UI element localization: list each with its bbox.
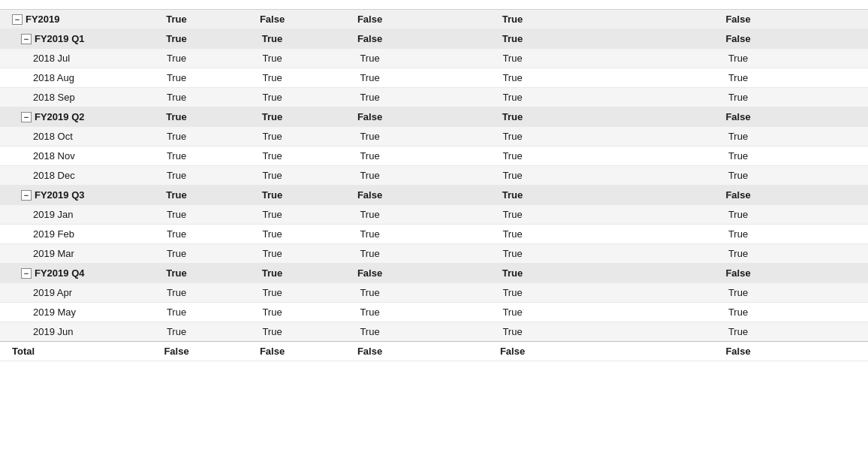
is-quarter-level-after-collapse-cell: True — [608, 49, 868, 68]
table-row: −FY2019TrueFalseFalseTrueFalse — [0, 10, 868, 29]
is-quarter-level-after-collapse-cell: True — [608, 166, 868, 186]
is-quarter-level-cell: True — [222, 225, 323, 244]
row-label: 2019 Jan — [33, 209, 74, 220]
row-label: 2018 Jul — [33, 53, 70, 64]
row-label: 2019 May — [33, 307, 76, 318]
is-month-level-cell: True — [323, 127, 417, 146]
is-quarter-level-after-expand-cell: True — [417, 29, 608, 49]
fiscal-year-cell: 2018 Oct — [0, 127, 131, 146]
is-quarter-level-after-collapse-cell: True — [608, 205, 868, 225]
is-quarter-level-cell: True — [222, 205, 323, 225]
is-quarter-level-cell: True — [222, 29, 323, 49]
is-year-level-cell: True — [131, 303, 222, 322]
is-quarter-level-after-collapse-cell: False — [608, 342, 868, 361]
is-quarter-level-after-expand-cell: True — [417, 88, 608, 107]
row-label: FY2019 Q1 — [35, 33, 85, 44]
is-month-level-cell: True — [323, 244, 417, 264]
col-header-fiscal-year — [0, 0, 131, 10]
fiscal-year-cell: 2018 Dec — [0, 166, 131, 186]
header-row — [0, 0, 868, 10]
is-month-level-cell: False — [323, 10, 417, 29]
is-month-level-cell: False — [323, 29, 417, 49]
is-month-level-cell: True — [323, 225, 417, 244]
table-row: TotalFalseFalseFalseFalseFalse — [0, 342, 868, 361]
table-row: 2019 MarTrueTrueTrueTrueTrue — [0, 244, 868, 264]
fiscal-year-cell: 2018 Nov — [0, 146, 131, 166]
is-year-level-cell: True — [131, 68, 222, 88]
is-year-level-cell: True — [131, 283, 222, 303]
expand-collapse-icon[interactable]: − — [21, 268, 32, 279]
table-row: 2019 JanTrueTrueTrueTrueTrue — [0, 205, 868, 225]
row-label: FY2019 Q2 — [35, 111, 85, 122]
is-month-level-cell: True — [323, 205, 417, 225]
fiscal-year-cell: 2019 May — [0, 303, 131, 322]
is-year-level-cell: False — [131, 342, 222, 361]
expand-collapse-icon[interactable]: − — [12, 14, 23, 25]
is-year-level-cell: True — [131, 49, 222, 68]
is-quarter-level-after-expand-cell: False — [417, 342, 608, 361]
is-month-level-cell: False — [323, 264, 417, 283]
fiscal-year-cell: −FY2019 Q4 — [0, 264, 131, 283]
is-quarter-level-after-collapse-cell: True — [608, 127, 868, 146]
table-row: 2018 DecTrueTrueTrueTrueTrue — [0, 166, 868, 186]
col-header-is-quarter-level-after-expand — [417, 0, 608, 10]
is-quarter-level-after-collapse-cell: True — [608, 322, 868, 342]
fiscal-year-cell: −FY2019 Q1 — [0, 29, 131, 49]
is-quarter-level-cell: True — [222, 107, 323, 127]
table-row: 2018 AugTrueTrueTrueTrueTrue — [0, 68, 868, 88]
is-quarter-level-after-expand-cell: True — [417, 127, 608, 146]
is-quarter-level-cell: True — [222, 146, 323, 166]
is-quarter-level-after-collapse-cell: True — [608, 244, 868, 264]
fiscal-year-cell: 2019 Feb — [0, 225, 131, 244]
table-row: −FY2019 Q1TrueTrueFalseTrueFalse — [0, 29, 868, 49]
is-quarter-level-cell: True — [222, 186, 323, 205]
fiscal-year-cell: −FY2019 Q3 — [0, 186, 131, 205]
fiscal-year-cell: 2019 Mar — [0, 244, 131, 264]
table-row: −FY2019 Q4TrueTrueFalseTrueFalse — [0, 264, 868, 283]
is-month-level-cell: True — [323, 68, 417, 88]
row-label: 2018 Aug — [33, 72, 74, 83]
table-row: 2018 NovTrueTrueTrueTrueTrue — [0, 146, 868, 166]
expand-collapse-icon[interactable]: − — [21, 34, 32, 44]
col-header-is-quarter-level-after-collapse — [608, 0, 868, 10]
is-month-level-cell: False — [323, 107, 417, 127]
is-quarter-level-cell: True — [222, 322, 323, 342]
is-quarter-level-after-collapse-cell: True — [608, 225, 868, 244]
is-quarter-level-after-expand-cell: True — [417, 186, 608, 205]
is-year-level-cell: True — [131, 146, 222, 166]
fiscal-year-cell: Total — [0, 342, 131, 361]
fiscal-year-cell: 2018 Aug — [0, 68, 131, 88]
fiscal-year-cell: 2018 Sep — [0, 88, 131, 107]
is-month-level-cell: True — [323, 322, 417, 342]
is-year-level-cell: True — [131, 205, 222, 225]
col-header-is-quarter-level — [222, 0, 323, 10]
is-quarter-level-after-collapse-cell: True — [608, 283, 868, 303]
table-row: 2018 OctTrueTrueTrueTrueTrue — [0, 127, 868, 146]
row-label: 2018 Sep — [33, 92, 75, 103]
table-row: 2019 AprTrueTrueTrueTrueTrue — [0, 283, 868, 303]
row-label: 2019 Feb — [33, 228, 74, 240]
is-quarter-level-after-expand-cell: True — [417, 205, 608, 225]
is-quarter-level-after-expand-cell: True — [417, 49, 608, 68]
is-quarter-level-after-expand-cell: True — [417, 10, 608, 29]
is-quarter-level-after-expand-cell: True — [417, 166, 608, 186]
expand-collapse-icon[interactable]: − — [21, 112, 32, 122]
is-month-level-cell: True — [323, 283, 417, 303]
is-quarter-level-cell: True — [222, 283, 323, 303]
is-quarter-level-after-expand-cell: True — [417, 244, 608, 264]
col-header-is-month-level — [323, 0, 417, 10]
row-label: Total — [12, 346, 35, 357]
is-quarter-level-after-collapse-cell: False — [608, 264, 868, 283]
is-quarter-level-cell: False — [222, 342, 323, 361]
is-quarter-level-after-expand-cell: True — [417, 146, 608, 166]
is-quarter-level-after-expand-cell: True — [417, 264, 608, 283]
fiscal-year-cell: −FY2019 — [0, 10, 131, 29]
is-quarter-level-cell: True — [222, 303, 323, 322]
row-label: 2018 Oct — [33, 131, 73, 142]
fiscal-year-cell: −FY2019 Q2 — [0, 107, 131, 127]
is-month-level-cell: True — [323, 49, 417, 68]
is-quarter-level-after-expand-cell: True — [417, 107, 608, 127]
is-quarter-level-after-expand-cell: True — [417, 283, 608, 303]
expand-collapse-icon[interactable]: − — [21, 190, 32, 201]
is-quarter-level-after-expand-cell: True — [417, 322, 608, 342]
